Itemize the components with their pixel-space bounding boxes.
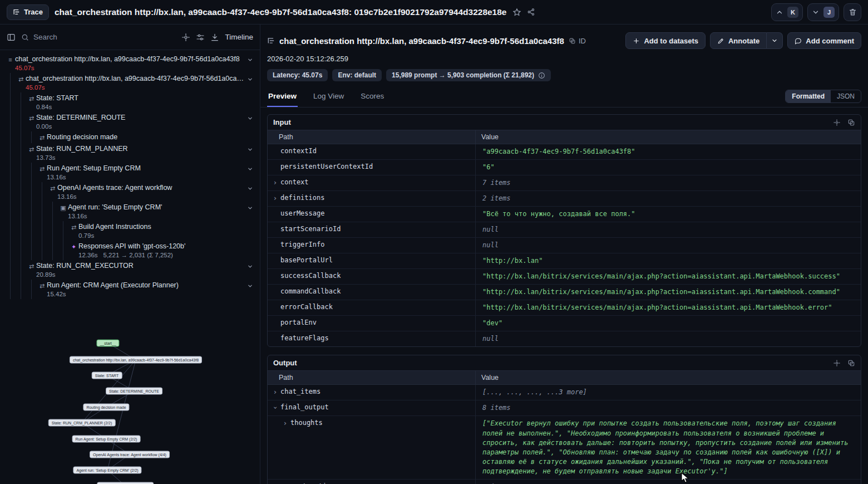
info-icon[interactable] bbox=[538, 72, 545, 79]
trace-badge[interactable]: Trace bbox=[7, 4, 49, 20]
graph-node[interactable]: State: START bbox=[92, 372, 122, 379]
prev-trace-button[interactable]: K bbox=[771, 3, 803, 21]
tree-guide-line bbox=[31, 241, 32, 260]
annotate-more-button[interactable] bbox=[767, 32, 783, 49]
tree-item[interactable]: ⇄State: START0.84s bbox=[0, 92, 260, 112]
tab-log-view[interactable]: Log View bbox=[312, 87, 345, 107]
collapse-sidebar-button[interactable] bbox=[7, 33, 16, 42]
table-row: errorCallback"http://bx.lan/bitrix/servi… bbox=[268, 300, 861, 316]
tree-item[interactable]: ⇄Run Agent: CRM Agent (Executor Planner)… bbox=[0, 280, 260, 299]
graph-node[interactable]: State: DETERMINE_ROUTE bbox=[106, 388, 162, 395]
tree-item[interactable]: ▣Agent run: 'Setup Empty CRM'13.16s bbox=[0, 202, 260, 221]
chevron-down-icon[interactable] bbox=[247, 205, 253, 211]
add-comment-button[interactable]: Add comment bbox=[787, 32, 861, 49]
row-value: ["Executor вернул ошибку при попытке соз… bbox=[476, 416, 861, 478]
table-row: triggerInfonull bbox=[268, 238, 861, 253]
chevron-down-icon[interactable] bbox=[247, 263, 253, 270]
tree-item[interactable]: ⇄Routing decision made bbox=[0, 131, 260, 143]
id-label: ID bbox=[579, 37, 586, 45]
chevron-down-icon[interactable] bbox=[247, 115, 253, 121]
chevron-down-icon[interactable] bbox=[247, 57, 253, 63]
annotate-button[interactable]: Annotate bbox=[710, 32, 767, 49]
delete-trace-button[interactable] bbox=[844, 3, 861, 21]
row-value: "Всё то что нужно, создавай все поля." bbox=[476, 207, 861, 222]
tree-guide-line bbox=[31, 202, 32, 221]
tree-guide-line bbox=[10, 280, 11, 299]
trace-timestamp: 2026-02-20 15:12:26.259 bbox=[260, 49, 868, 63]
graph-edges bbox=[0, 315, 260, 484]
tree-item[interactable]: ⇄State: DETERMINE_ROUTE0.00s bbox=[0, 112, 260, 131]
table-row: successCallback"http://bx.lan/bitrix/ser… bbox=[268, 269, 861, 285]
row-key: userMessage bbox=[280, 209, 324, 217]
download-button[interactable] bbox=[210, 33, 219, 42]
tree-guide-line bbox=[52, 221, 53, 241]
tab-scores[interactable]: Scores bbox=[359, 87, 385, 107]
tree-item[interactable]: ⇄State: RUN_CRM_PLANNER13.73s bbox=[0, 143, 260, 163]
graph-node[interactable]: OpenAI Agents trace: Agent workflow (4/4… bbox=[90, 451, 170, 458]
row-value: 7 items bbox=[476, 175, 861, 190]
view-settings-button[interactable] bbox=[196, 33, 205, 42]
tree-guide-line bbox=[21, 163, 21, 182]
row-key: startScenarioId bbox=[280, 225, 341, 233]
chevron-down-icon[interactable] bbox=[247, 283, 253, 289]
graph-node[interactable]: chat_orchestration http://bx.lan, a99caa… bbox=[70, 356, 202, 364]
tree-item[interactable]: ⇄Build Agent Instructions0.79s bbox=[0, 221, 260, 241]
chevron-right-icon[interactable]: › bbox=[272, 388, 278, 397]
expand-panel-icon[interactable] bbox=[833, 119, 841, 126]
tree-item[interactable]: ⇄Run Agent: Setup Empty CRM13.16s bbox=[0, 163, 260, 182]
tree-item-label: State: DETERMINE_ROUTE bbox=[36, 114, 244, 121]
copy-panel-icon[interactable] bbox=[847, 359, 855, 367]
top-bar: Trace chat_orchestration http://bx.lan, … bbox=[0, 0, 868, 25]
tree-item-label: chat_orchestration http://bx.lan, a99caa… bbox=[15, 55, 244, 63]
tree-item-duration: 0.79s bbox=[78, 232, 257, 239]
copy-panel-icon[interactable] bbox=[847, 119, 855, 126]
graph-node[interactable]: State: RUN_CRM_PLANNER (2/2) bbox=[48, 419, 116, 427]
focus-node-button[interactable] bbox=[181, 33, 190, 42]
tree-item[interactable]: ✦Responses API with 'gpt-oss-120b'12.36s… bbox=[0, 241, 260, 260]
chevron-down-icon[interactable]: › bbox=[272, 403, 278, 412]
expand-panel-icon[interactable] bbox=[833, 359, 841, 367]
chevron-down-icon[interactable] bbox=[247, 146, 253, 153]
pencil-icon bbox=[717, 37, 724, 45]
timeline-toggle[interactable]: Timeline bbox=[225, 33, 253, 41]
next-trace-button[interactable]: J bbox=[807, 3, 839, 21]
graph-node[interactable]: Run Agent: Setup Empty CRM (2/2) bbox=[72, 436, 141, 443]
tree-guide-line bbox=[10, 73, 11, 92]
bookmark-star-icon[interactable] bbox=[512, 8, 521, 17]
format-formatted-option[interactable]: Formatted bbox=[786, 90, 831, 102]
chevron-down-icon[interactable] bbox=[247, 76, 253, 82]
tree-item[interactable]: ⇄chat_orchestration http://bx.lan, a99ca… bbox=[0, 73, 260, 92]
search-input[interactable] bbox=[33, 33, 117, 41]
graph-node[interactable]: Routing decision made bbox=[83, 404, 129, 411]
chevron-right-icon[interactable]: › bbox=[282, 419, 288, 428]
graph-node[interactable]: __start__ bbox=[96, 340, 119, 347]
format-toggle: Formatted JSON bbox=[785, 90, 861, 103]
span-icon: ⇄ bbox=[16, 76, 26, 83]
chevron-down-icon[interactable] bbox=[247, 185, 253, 192]
trash-icon bbox=[849, 8, 857, 16]
share-icon[interactable] bbox=[527, 8, 535, 16]
chevron-down-icon[interactable] bbox=[247, 166, 253, 172]
graph-node[interactable]: Agent run: 'Setup Empty CRM' (2/2) bbox=[73, 467, 141, 474]
token-usage-label: 15,989 prompt → 5,903 completion (Σ 21,8… bbox=[392, 71, 534, 79]
table-row: contextId"a99caacb-4f37-4ec9-9b7f-56d1a0… bbox=[268, 144, 861, 160]
tree-item[interactable]: ⇄OpenAI Agents trace: Agent workflow13.1… bbox=[0, 182, 260, 202]
tree-item[interactable]: ⇄State: RUN_CRM_EXECUTOR20.89s bbox=[0, 260, 260, 280]
chevron-right-icon[interactable]: › bbox=[272, 194, 278, 203]
chevron-right-icon[interactable]: › bbox=[282, 482, 288, 484]
chevron-up-icon bbox=[776, 8, 783, 16]
tree-guide-line bbox=[42, 241, 42, 260]
chevron-right-icon[interactable]: › bbox=[272, 178, 278, 187]
tree-guide-line bbox=[42, 182, 42, 202]
row-path-cell: ›definitions bbox=[268, 191, 476, 206]
graph-node[interactable]: Build Agent Instructions (2/2) bbox=[97, 482, 154, 484]
tab-preview[interactable]: Preview bbox=[267, 87, 298, 107]
row-key: next_action bbox=[290, 482, 334, 484]
add-to-datasets-button[interactable]: Add to datasets bbox=[625, 32, 706, 49]
format-json-option[interactable]: JSON bbox=[831, 90, 861, 102]
latency-badge: Latency: 45.07s bbox=[267, 69, 328, 81]
row-path-cell: userMessage bbox=[268, 207, 476, 222]
tree-guide-line bbox=[31, 182, 32, 202]
copy-id-button[interactable]: ID bbox=[569, 37, 586, 45]
tree-item[interactable]: ≡chat_orchestration http://bx.lan, a99ca… bbox=[0, 53, 260, 73]
